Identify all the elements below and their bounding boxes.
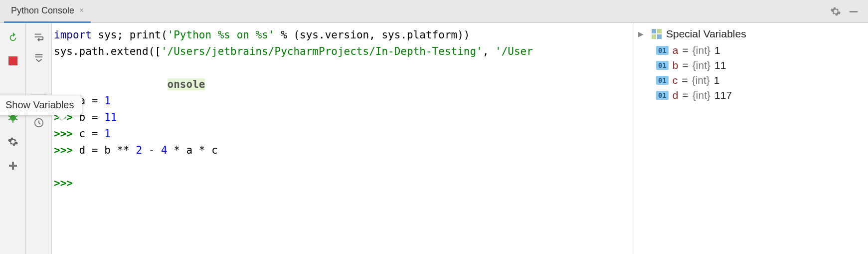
soft-wrap-button[interactable] [31,29,47,45]
svg-rect-10 [9,165,17,167]
primary-toolbar [0,23,26,254]
code-line: >>> d = b ** 2 - 4 * a * c [54,142,632,159]
var-name: d [673,89,679,101]
tab-python-console[interactable]: Python Console × [4,0,91,23]
svg-line-7 [8,119,10,120]
svg-line-8 [15,119,17,120]
var-name: c [673,74,678,86]
int-badge-icon: 01 [656,46,669,55]
svg-line-6 [15,116,17,117]
stop-button[interactable] [5,53,21,69]
prompt-line[interactable]: >>> [54,175,632,192]
var-type: {int} [692,74,710,86]
variable-row[interactable]: 01 b = {int} 11 [638,58,864,73]
gear-icon[interactable] [830,6,841,17]
variable-row[interactable]: 01 d = {int} 117 [638,88,864,103]
variable-row[interactable]: 01 c = {int} 1 [638,73,864,88]
close-icon[interactable]: × [79,6,84,15]
var-type: {int} [693,44,710,56]
code-line: onsole [54,76,632,93]
var-type: {int} [693,89,710,101]
chevron-right-icon[interactable]: ▶ [638,30,647,38]
tooltip: Show Variables [0,95,82,115]
equals: = [683,89,689,101]
var-name: a [673,44,679,56]
svg-rect-0 [850,11,858,12]
int-badge-icon: 01 [656,91,669,100]
svg-rect-14 [652,29,656,33]
toolwindow-header: Python Console × [0,0,868,23]
var-type: {int} [693,59,710,71]
code-line: >>> b = 11 [54,109,632,126]
settings-button[interactable] [5,134,21,150]
variable-row[interactable]: 01 a = {int} 1 [638,43,864,58]
special-variables-label: Special Variables [666,28,746,40]
history-button[interactable] [31,115,47,131]
var-value: 1 [714,44,720,56]
new-console-button[interactable] [5,158,21,174]
secondary-toolbar: Show Variables [26,23,52,254]
svg-point-2 [10,115,16,121]
var-value: 1 [714,74,720,86]
var-value: 11 [714,59,726,71]
int-badge-icon: 01 [656,61,669,70]
special-variables-node[interactable]: ▶ Special Variables [638,28,864,40]
code-line: >>> c = 1 [54,126,632,142]
minimize-icon[interactable] [848,6,859,17]
var-value: 117 [714,89,732,101]
code-line: import sys; print('Python %s on %s' % (s… [54,27,632,43]
equals: = [683,44,689,56]
scroll-to-end-button[interactable] [31,50,47,66]
svg-rect-1 [8,56,17,65]
rerun-button[interactable] [5,29,21,45]
var-name: b [673,59,679,71]
svg-rect-17 [657,34,662,39]
code-line: >>> a = 1 [54,93,632,109]
svg-rect-15 [657,29,662,33]
int-badge-icon: 01 [656,76,669,85]
console-output[interactable]: import sys; print('Python %s on %s' % (s… [52,23,634,254]
variables-panel: ▶ Special Variables 01 a = {int} 1 01 b … [634,23,868,254]
svg-line-5 [8,116,10,117]
svg-rect-16 [652,34,656,39]
code-line: sys.path.extend(['/Users/jetbrains/Pycha… [54,43,632,60]
equals: = [683,59,689,71]
special-variables-icon [651,28,662,39]
equals: = [682,74,688,86]
tab-label: Python Console [11,5,74,16]
